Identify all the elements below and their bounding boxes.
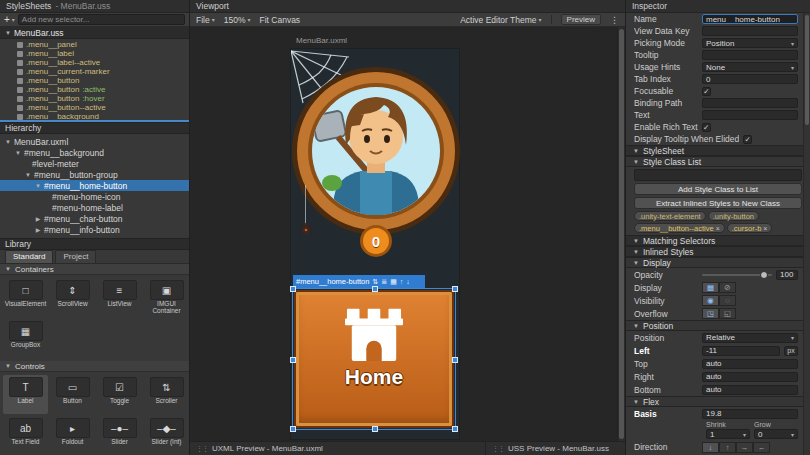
swap-order-icon[interactable]: ⇅ (372, 278, 378, 286)
remove-class-icon[interactable]: × (716, 225, 720, 232)
uss-selector[interactable]: .menu__button:active (0, 85, 189, 94)
tree-item[interactable]: ▶#menu__info-button (0, 224, 189, 235)
library-item-groupbox[interactable]: ▦GroupBox (3, 319, 48, 358)
tab-standard[interactable]: Standard (5, 250, 53, 263)
containers-foldout[interactable]: ▼ Containers (0, 264, 189, 275)
uss-selector[interactable]: .menu__current-marker (0, 67, 189, 76)
enable-rich-text-checkbox[interactable]: ✓ (702, 123, 711, 132)
add-selector-menu-button[interactable]: + ▾ (4, 14, 15, 25)
direction-row-toggle[interactable]: → (736, 442, 753, 453)
position-dropdown[interactable]: Relative▾ (702, 333, 798, 343)
stylesheets-pane-tab[interactable]: StyleSheets - MenuBar.uss (0, 0, 189, 13)
library-item-button[interactable]: ▭Button (50, 375, 95, 414)
editor-theme-select[interactable]: Active Editor Theme▾ (460, 15, 541, 25)
library-header[interactable]: Library (0, 238, 189, 250)
uxml-canvas[interactable]: 0 #menu__home-button ⇅ ≣ ▦ ↑ ↓ (290, 48, 460, 440)
uss-preview-tab[interactable]: ⋮⋮ USS Preview - MenuBar.uss (486, 442, 615, 455)
view-data-key-field[interactable] (702, 26, 798, 36)
canvas-title[interactable]: MenuBar.uxml (296, 36, 347, 45)
opacity-value-field[interactable]: 100 (776, 270, 798, 280)
fit-canvas-button[interactable]: Fit Canvas (259, 15, 300, 25)
selection-overlay-header[interactable]: #menu__home-button ⇅ ≣ ▦ ↑ ↓ (293, 275, 425, 288)
overflow-hidden-toggle[interactable]: ◱ (719, 308, 736, 319)
remove-class-icon[interactable]: × (763, 225, 767, 232)
inspector-pane-tab[interactable]: Inspector (626, 0, 810, 13)
grid-icon[interactable]: ▦ (390, 278, 397, 286)
tree-item-root[interactable]: ▼MenuBar.uxml (0, 136, 189, 147)
uss-selector[interactable]: .menu__button:hover (0, 94, 189, 103)
home-button-element[interactable]: Home (294, 290, 454, 428)
overflow-visible-toggle[interactable]: ◳ (702, 308, 719, 319)
class-pill[interactable]: .unity-button (708, 211, 759, 221)
uss-selector[interactable]: .menu__button (0, 76, 189, 85)
tab-index-field[interactable]: 0 (702, 74, 798, 84)
focusable-checkbox[interactable]: ✓ (702, 87, 711, 96)
class-pill[interactable]: .unity-text-element (634, 211, 706, 221)
scrollbar-thumb[interactable] (805, 15, 809, 125)
list-icon[interactable]: ≣ (381, 278, 387, 286)
top-field[interactable]: auto (702, 359, 798, 369)
tooltip-field[interactable] (702, 50, 798, 60)
viewport-pane-tab[interactable]: Viewport (190, 0, 625, 13)
class-pill[interactable]: .cursor-b× (727, 223, 773, 233)
library-item-toggle[interactable]: ☑Toggle (97, 375, 142, 414)
flex-section-header[interactable]: ▼ Flex (626, 396, 810, 407)
inspector-scrollbar[interactable] (803, 13, 810, 455)
move-up-icon[interactable]: ↑ (400, 278, 404, 285)
basis-field[interactable]: 19.8 (702, 409, 798, 419)
uss-selector[interactable]: .menu__panel (0, 40, 189, 49)
position-section-header[interactable]: ▼ Position (626, 320, 810, 331)
scrollbar-thumb[interactable] (619, 29, 624, 439)
grow-field[interactable]: 0▾ (754, 429, 798, 439)
more-menu-icon[interactable]: ⋮ (610, 15, 619, 25)
library-item-visualelement[interactable]: □VisualElement (3, 278, 48, 317)
style-class-list-header[interactable]: ▼ Style Class List (626, 156, 810, 167)
zoom-select[interactable]: 150%▾ (224, 15, 251, 25)
library-item-scroller[interactable]: ⇅Scroller (144, 375, 189, 414)
uxml-preview-tab[interactable]: ⋮⋮ UXML Preview - MenuBar.uxml (190, 442, 486, 455)
shrink-field[interactable]: 1▾ (706, 429, 750, 439)
left-field[interactable]: -11 (702, 346, 780, 356)
left-unit-dropdown[interactable]: px (784, 346, 798, 356)
right-field[interactable]: auto (702, 372, 798, 382)
stylesheet-section-header[interactable]: ▼ StyleSheet (626, 145, 810, 156)
extract-inline-styles-button[interactable]: Extract Inlined Styles to New Class (634, 197, 802, 209)
library-item-slider-int[interactable]: –◆–Slider (Int) (144, 416, 189, 455)
inlined-styles-header[interactable]: ▼ Inlined Styles (626, 246, 810, 257)
class-pill[interactable]: .menu__button--active× (634, 223, 725, 233)
uss-selector[interactable]: .menu__button--active (0, 103, 189, 112)
display-none-toggle[interactable]: ⊘ (719, 282, 736, 293)
display-section-header[interactable]: ▼ Display (626, 257, 810, 268)
drag-grip-icon[interactable]: ⋮⋮ (492, 445, 504, 453)
direction-column-toggle[interactable]: ↓ (702, 442, 719, 453)
add-selector-input[interactable]: Add new selector... (18, 14, 185, 25)
file-menu[interactable]: File▾ (196, 15, 215, 25)
controls-foldout[interactable]: ▼ Controls (0, 361, 189, 372)
tree-item[interactable]: #menu-home-icon (0, 191, 189, 202)
style-class-input[interactable] (634, 169, 802, 181)
direction-row-reverse-toggle[interactable]: ← (753, 442, 770, 453)
direction-column-reverse-toggle[interactable]: ↑ (719, 442, 736, 453)
drag-grip-icon[interactable]: ⋮⋮ (196, 445, 208, 453)
display-flex-toggle[interactable]: ▦ (702, 282, 719, 293)
slider-handle[interactable] (760, 271, 768, 279)
uss-selector[interactable]: .menu__background (0, 112, 189, 120)
picking-mode-dropdown[interactable]: Position▾ (702, 38, 798, 48)
library-item-label[interactable]: TLabel (3, 375, 48, 414)
preview-toggle[interactable]: Preview (561, 14, 601, 25)
tree-item[interactable]: #menu-home-label (0, 202, 189, 213)
tree-item[interactable]: ▼#menu__background (0, 147, 189, 158)
tree-item[interactable]: ▼#menu__button-group (0, 169, 189, 180)
hidden-toggle[interactable]: ◌ (719, 295, 736, 306)
display-tooltip-checkbox[interactable]: ✓ (743, 135, 752, 144)
uss-selector[interactable]: .menu__label (0, 49, 189, 58)
uss-file-node[interactable]: ▼ MenuBar.uss (0, 27, 189, 39)
tree-item[interactable]: #level-meter (0, 158, 189, 169)
binding-path-field[interactable] (702, 98, 798, 108)
library-item-slider[interactable]: –●–Slider (97, 416, 142, 455)
library-item-text-field[interactable]: abText Field (3, 416, 48, 455)
uss-selector[interactable]: .menu__label--active (0, 58, 189, 67)
hierarchy-header[interactable]: Hierarchy (0, 122, 189, 134)
viewport-scrollbar[interactable] (617, 27, 625, 441)
usage-hints-dropdown[interactable]: None▾ (702, 62, 798, 72)
